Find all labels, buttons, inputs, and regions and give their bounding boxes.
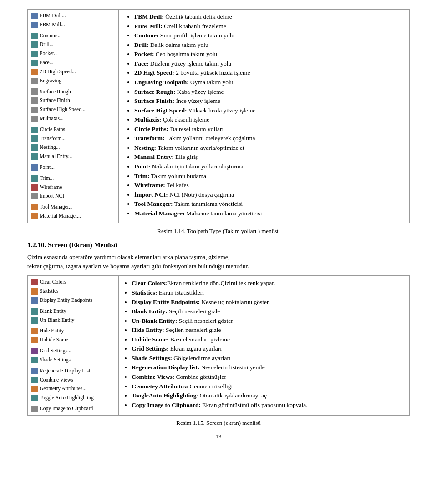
menu-item-shade-settings: Shade Settings... [30,356,117,365]
menu-item-circle-paths: Circle Paths [30,125,117,134]
point-icon [31,164,38,171]
import-nci-icon [31,193,38,199]
list-item: Combine Views: Combine görünüşler [132,372,406,382]
menu-item-manual-entry: Manual Entry... [30,152,117,161]
menu-item-unblank-entity: Un-Blank Entity [30,316,117,325]
list-item: FBM Mill: Özellik tabanlı frezeleme [134,22,403,31]
surface-rough-icon [31,88,38,95]
contour-icon [31,33,38,39]
list-item: Nesting: Takım yollarının ayarla/optimiz… [134,143,403,153]
menu-item-wireframe: Wireframe [30,183,117,192]
list-item: Regeneration Display list: Nesnelerin li… [132,363,406,372]
list-item: Surface Finish: İnce yüzey işleme [134,97,403,106]
statistics-icon [31,288,38,295]
circle-paths-icon [31,127,38,133]
list-item: Hide Entity: Seçilen nesneleri gizle [132,326,406,335]
list-item: 2D Higt Speed: 2 boyutta yüksek hızda iş… [134,68,403,77]
manual-entry-icon [31,153,38,160]
menu-item-engraving: Engraving [30,76,117,86]
toolpath-caption: Resim 1.14. Toolpath Type (Takım yolları… [27,228,410,235]
list-item: İmport NCI: NCI (Nötr) dosya çağırma [134,190,403,199]
menu-item-surface-high: Surface High Speed... [30,105,117,114]
list-item: Contour: Sınır profili işleme takım yolu [134,31,403,40]
menu-item-regenerate: Regenerate Display List [30,367,117,376]
toolpath-right-col: FBM Drill: Özellik tabanlı delik delme F… [119,10,410,223]
screen-right-col: Clear Colors:Ekran renklerine dön.Çizimi… [119,276,410,415]
toggle-auto-icon [31,395,38,401]
trim-icon [31,175,38,182]
list-item: FBM Drill: Özellik tabanlı delik delme [134,12,403,21]
drill-icon [31,41,38,48]
screen-left-col: Clear Colors Statistics Display Entity E… [28,276,119,415]
list-item: Transform: Takım yollarını öteleyerek ço… [134,134,403,143]
menu-item-hide-entity: Hide Entity [30,326,117,336]
face-icon [31,60,38,66]
list-item: Face: Düzlem yüzey işleme takım yolu [134,59,403,68]
menu-item-surface-finish: Surface Finish [30,96,117,105]
list-item: Surface Rough: Kaba yüzey işleme [134,87,403,97]
grid-settings-icon [31,348,38,354]
pocket-icon [31,51,38,57]
menu-item-unhide-some: Unhide Some [30,336,117,345]
menu-item-display-entity: Display Entity Endpoints [30,296,117,305]
list-item: Unhide Some: Bazı elemanları gizleme [132,335,406,344]
list-item: Statistics: Ekran istatistikleri [132,288,406,297]
page-container: FBM Drill... FBM Mill... Contour... Dril… [27,9,410,440]
geometry-attr-icon [31,386,38,392]
fbm-drill-icon [31,13,38,19]
list-item: Point: Noktalar için takım yolları oluşt… [134,162,403,171]
nesting-icon [31,144,38,151]
menu-item-grid-settings: Grid Settings... [30,346,117,356]
menu-item-fbm-drill: FBM Drill... [30,11,117,20]
menu-item-tool-manager: Tool Manager... [30,203,117,212]
menu-item-2dhigh: 2D High Speed... [30,67,117,76]
menu-item-fbm-mill: FBM Mill... [30,20,117,30]
section-body: Çizim esnasında operatöre yardımcı olaca… [27,253,410,271]
page-number: 13 [27,433,410,440]
fbm-mill-icon [31,22,38,28]
list-item: Material Manager: Malzeme tanımlama yöne… [134,209,403,218]
menu-item-material-manager: Material Manager... [30,212,117,221]
regenerate-icon [31,368,38,374]
section-heading: 1.2.10. Screen (Ekran) Menüsü [27,241,410,249]
tool-manager-icon [31,204,38,210]
list-item: Tool Maneger: Takım tanımlama yöneticisi [134,199,403,209]
copy-image-icon [31,406,38,412]
list-item: Grid Settings: Ekran ızgara ayarları [132,344,406,353]
toolpath-description-list: FBM Drill: Özellik tabanlı delik delme F… [125,12,403,218]
list-item: Engraving Toolpath: Oyma takım yolu [134,78,403,87]
list-item: Copy Image to Clipboard: Ekran görüntüsü… [132,401,406,410]
screen-description-list: Clear Colors:Ekran renklerine dön.Çizimi… [122,279,406,409]
menu-item-copy-image: Copy Image to Clipboard [30,404,117,413]
transform-icon [31,135,38,142]
list-item: Drill: Delik delme takım yolu [134,41,403,50]
display-entity-icon [31,297,38,304]
2dhigh-icon [31,69,38,75]
menu-item-nesting: Nesting... [30,143,117,152]
menu-item-multiaxis: Multiaxis... [30,114,117,123]
list-item: Blank Entity: Seçili nesneleri gizle [132,307,406,316]
combine-views-icon [31,377,38,383]
menu-item-drill: Drill... [30,40,117,49]
menu-item-import-nci: Import NCI [30,192,117,201]
menu-item-pocket: Pocket... [30,49,117,58]
menu-item-combine-views: Combine Views [30,376,117,385]
list-item: Display Entity Endpoints: Nesne uç nokta… [132,298,406,307]
toolpath-left-col: FBM Drill... FBM Mill... Contour... Dril… [28,10,119,223]
menu-item-statistics: Statistics [30,287,117,296]
surface-finish-icon [31,97,38,104]
clear-colors-icon [31,279,38,285]
menu-item-face: Face... [30,58,117,67]
list-item: Shade Settings: Gölgelendirme ayarları [132,354,406,363]
list-item: Multiaxis: Çok eksenli işleme [134,115,403,124]
hide-entity-icon [31,328,38,334]
list-item: Clear Colors:Ekran renklerine dön.Çizimi… [132,279,406,288]
menu-item-surface-rough: Surface Rough [30,87,117,97]
list-item: ToogleAuto Highlighting: Otomatik ışıkla… [132,391,406,400]
material-manager-icon [31,213,38,219]
menu-item-geometry-attr: Geometry Attributes... [30,384,117,393]
unblank-entity-icon [31,317,38,324]
list-item: Un-Blank Entity: Seçili nesneleri göster [132,316,406,326]
screen-caption: Resim 1.15. Screen (ekran) menüsü [27,419,410,427]
menu-item-transform: Transform... [30,134,117,143]
